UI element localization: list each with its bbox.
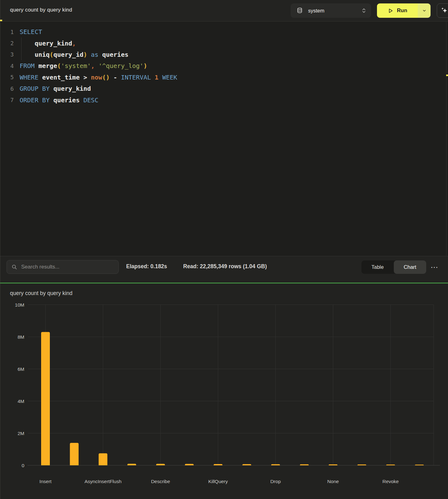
svg-text:AsyncInsertFlush: AsyncInsertFlush [84, 479, 122, 484]
line-number: 4 [0, 63, 14, 69]
code-line[interactable]: 2 query_kind, [0, 37, 448, 49]
line-number: 2 [0, 40, 14, 46]
svg-text:Describe: Describe [151, 479, 170, 484]
run-options-caret[interactable] [418, 3, 431, 18]
results-view-toggle: Table Chart [361, 260, 426, 274]
svg-text:2M: 2M [17, 431, 24, 436]
bar-chart: 02M4M6M8M10MInsertAsyncInsertFlushDescri… [0, 283, 448, 499]
search-results-box[interactable] [7, 260, 119, 274]
chart-title: query count by query kind [10, 290, 72, 297]
run-button-label: Run [397, 7, 407, 14]
database-selector-value: system [308, 8, 324, 14]
code-line[interactable]: 5WHERE event_time > now() - INTERVAL 1 W… [0, 72, 448, 83]
code-line[interactable]: 3 uniq(query_id) as queries [0, 49, 448, 60]
editor-scrollbar-track[interactable] [446, 22, 446, 256]
svg-text:10M: 10M [15, 302, 24, 308]
svg-text:6M: 6M [17, 366, 24, 372]
search-results-input[interactable] [21, 264, 111, 270]
svg-text:4M: 4M [17, 399, 24, 404]
code-line[interactable]: 1SELECT [0, 26, 448, 37]
chevron-down-icon [422, 8, 427, 13]
sparkles-icon [440, 7, 448, 15]
chevron-updown-icon [360, 7, 367, 14]
toggle-table[interactable]: Table [361, 260, 394, 274]
elapsed-stat: Elapsed: 0.182s [126, 263, 167, 270]
code-line[interactable]: 7ORDER BY queries DESC [0, 94, 448, 105]
indent-guide [21, 37, 21, 60]
ai-assist-button[interactable] [437, 3, 448, 18]
read-rows-stat: Read: 22,285,349 rows (1.04 GB) [183, 263, 267, 270]
line-number: 7 [0, 97, 14, 103]
line-number: 1 [0, 29, 14, 35]
run-button[interactable]: Run [377, 3, 431, 18]
window-left-border [0, 0, 0, 499]
line-number: 3 [0, 51, 14, 58]
svg-text:Insert: Insert [40, 479, 52, 484]
play-icon [388, 8, 393, 14]
query-toolbar: query count by query kind system Run [0, 0, 448, 21]
more-options-icon[interactable]: ⋯ [431, 260, 438, 274]
search-icon [11, 264, 17, 270]
sql-editor[interactable]: 1SELECT2 query_kind,3 uniq(query_id) as … [0, 22, 448, 256]
chart-panel: 02M4M6M8M10MInsertAsyncInsertFlushDescri… [0, 283, 448, 499]
toggle-chart[interactable]: Chart [394, 260, 426, 274]
svg-text:KillQuery: KillQuery [208, 479, 228, 484]
database-icon [296, 7, 303, 14]
svg-text:8M: 8M [17, 334, 24, 340]
query-tab-title: query count by query kind [10, 7, 72, 13]
left-edge-marker [0, 20, 2, 21]
code-line[interactable]: 6GROUP BY query_kind [0, 83, 448, 94]
run-button-main[interactable]: Run [377, 3, 418, 18]
svg-text:Drop: Drop [270, 479, 281, 484]
database-selector[interactable]: system [291, 3, 371, 18]
line-number: 6 [0, 85, 14, 92]
panel-resize-divider[interactable] [0, 283, 448, 283]
line-number: 5 [0, 74, 14, 80]
toolbar-divider [0, 21, 448, 22]
code-line[interactable]: 4FROM merge('system', '^query_log') [0, 60, 448, 71]
results-toolbar: Elapsed: 0.182s Read: 22,285,349 rows (1… [0, 256, 448, 283]
sql-editor-lines[interactable]: 1SELECT2 query_kind,3 uniq(query_id) as … [0, 22, 448, 106]
svg-text:None: None [327, 479, 339, 484]
svg-text:0: 0 [21, 463, 24, 468]
editor-scrollbar-marker [446, 75, 448, 76]
svg-text:Revoke: Revoke [382, 479, 399, 484]
